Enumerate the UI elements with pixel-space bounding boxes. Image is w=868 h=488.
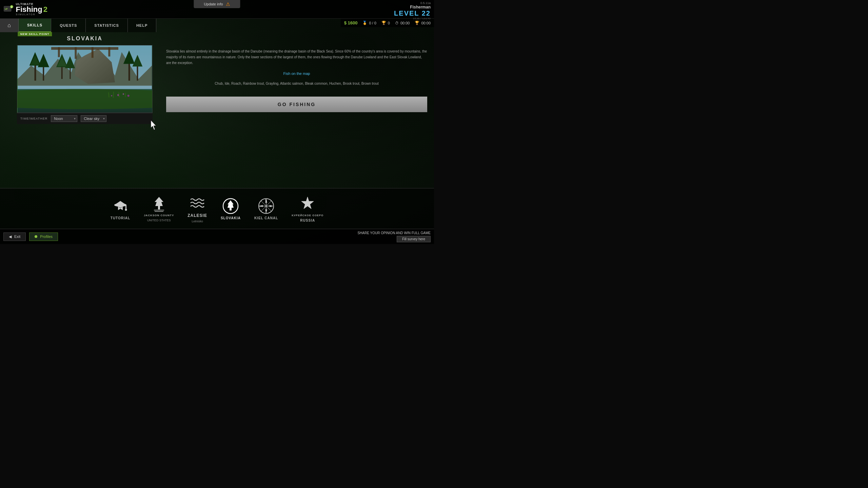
svg-marker-40 (114, 201, 126, 208)
logo-area: UF 2 ULTIMATE Fishing2 SIMULATOR (0, 0, 51, 19)
profiles-button[interactable]: Profiles (29, 232, 58, 241)
location-item-russia[interactable]: Курейское Озеро RUSSIA (292, 195, 323, 222)
tutorial-icon (112, 198, 129, 215)
tab-help[interactable]: HELP (128, 19, 156, 32)
survey-section: SHARE YOUR OPINION AND WIN FULL GAME Fil… (357, 231, 431, 242)
exit-button[interactable]: ◀ Exit (3, 232, 26, 241)
fish-map-link[interactable]: Fish on the map (166, 71, 427, 77)
stat-trophies: 🏆 0 (381, 21, 390, 25)
jackson-icon (151, 195, 167, 212)
go-fishing-button[interactable]: GO FISHING (166, 97, 427, 112)
zalesie-icon (189, 195, 206, 211)
image-panel: TIME/WEATHER Noon Morning Afternoon Even… (17, 45, 153, 124)
svg-text:2: 2 (11, 5, 12, 8)
location-description: Slovakia lies almost entirely in the dra… (166, 48, 427, 66)
tab-skills-label: SKILLS (27, 23, 42, 27)
tab-quests-label: QUESTS (60, 23, 77, 27)
zalesie-sub: Letnisko (192, 220, 203, 223)
stat-time1: ⏱ 00:00 (395, 21, 410, 25)
svg-text:W: W (259, 205, 261, 207)
tab-statistics-label: STATISTICS (94, 23, 119, 27)
svg-marker-64 (301, 197, 314, 209)
slovakia-icon (222, 198, 239, 215)
survey-button[interactable]: Fill survey here (397, 236, 431, 242)
stat-money: $ 1600 (344, 20, 358, 25)
kiel-icon: N S E W (258, 198, 275, 215)
svg-text:N: N (265, 199, 267, 201)
stat-badges: 🏅 0 / 0 (362, 21, 376, 25)
location-item-zalesie[interactable]: Zalesie Letnisko (188, 195, 207, 223)
jackson-sub: UNITED STATES (147, 219, 171, 222)
location-item-jackson[interactable]: JACKSON COUNTY UNITED STATES (144, 195, 174, 222)
svg-text:S: S (265, 211, 267, 214)
svg-marker-44 (155, 197, 163, 206)
weather-select-wrap[interactable]: Clear sky Cloudy Rain Storm (81, 115, 106, 122)
time-select[interactable]: Noon Morning Afternoon Evening Night (51, 115, 77, 122)
bottom-bar: ◀ Exit Profiles SHARE YOUR OPINION AND W… (0, 229, 434, 244)
svg-marker-49 (228, 200, 234, 208)
home-icon: ⌂ (7, 22, 11, 28)
content-row: TIME/WEATHER Noon Morning Afternoon Even… (17, 45, 434, 124)
update-text: Update info (204, 2, 223, 6)
svg-rect-45 (158, 206, 160, 209)
clock-icon: ⏱ (395, 21, 399, 25)
logo-fishing: Fishing2 (16, 6, 47, 13)
kiel-name: KIEL CANAL (254, 216, 278, 220)
location-item-kiel[interactable]: N S E W KIEL CANAL (254, 198, 278, 220)
player-level: LEVEL 22 (394, 9, 431, 17)
survey-text: SHARE YOUR OPINION AND WIN FULL GAME (357, 231, 431, 235)
fish-list: Chub, Ide, Roach, Rainbow trout, Graylin… (166, 81, 427, 86)
update-banner[interactable]: Update info ⚠ (194, 0, 240, 8)
zalesie-name: Zalesie (188, 213, 207, 218)
info-panel: Slovakia lies almost entirely in the dra… (159, 45, 434, 116)
location-item-slovakia[interactable]: SLOVAKIA (221, 198, 241, 220)
time-select-wrap[interactable]: Noon Morning Afternoon Evening Night (51, 115, 77, 122)
back-arrow-icon: ◀ (9, 235, 12, 239)
skill-badge: NEW SKILL POINT (18, 32, 52, 36)
home-button[interactable]: ⌂ (0, 19, 19, 32)
slovakia-name: SLOVAKIA (221, 216, 241, 220)
version-text: 0.5.11a (420, 1, 431, 5)
main-content: SLOVAKIA (17, 32, 434, 210)
logo-simulator: SIMULATOR (16, 13, 47, 16)
russia-icon (299, 195, 316, 212)
tab-statistics[interactable]: STATISTICS (86, 19, 128, 32)
svg-rect-38 (18, 45, 152, 113)
player-name: Fisherman (410, 5, 431, 9)
profiles-dot-icon (35, 235, 37, 238)
svg-point-42 (125, 209, 127, 211)
warning-icon: ⚠ (226, 1, 230, 7)
nav-bar: ⌂ SKILLS NEW SKILL POINT QUESTS STATISTI… (0, 19, 156, 32)
logo-icon: UF 2 (3, 3, 14, 15)
stats-bar: $ 1600 🏅 0 / 0 🏆 0 ⏱ 00:00 🏆 00:00 (341, 19, 434, 27)
russia-name: RUSSIA (300, 219, 315, 222)
jackson-name: JACKSON COUNTY (144, 214, 174, 217)
logo-text: ULTIMATE Fishing2 SIMULATOR (16, 3, 47, 16)
time-weather-bar: TIME/WEATHER Noon Morning Afternoon Even… (17, 113, 153, 124)
badge-icon: 🏅 (362, 21, 367, 25)
trophy-icon: 🏆 (381, 21, 386, 25)
weather-select[interactable]: Clear sky Cloudy Rain Storm (81, 115, 106, 122)
russia-sub: Курейское Озеро (292, 214, 323, 217)
bottom-left-buttons: ◀ Exit Profiles (3, 232, 58, 241)
time-weather-label: TIME/WEATHER (20, 117, 47, 120)
locations-bar: TUTORIAL JACKSON COUNTY UNITED STATES (0, 188, 434, 229)
location-item-tutorial[interactable]: TUTORIAL (111, 198, 130, 220)
location-image (17, 45, 153, 113)
tab-help-label: HELP (136, 23, 147, 27)
svg-text:UF: UF (5, 8, 8, 10)
stat-time2: 🏆 00:00 (415, 21, 431, 25)
svg-rect-50 (230, 208, 232, 210)
svg-text:E: E (271, 205, 272, 207)
timer-icon: 🏆 (415, 21, 419, 25)
tab-skills[interactable]: SKILLS NEW SKILL POINT (19, 19, 51, 32)
tab-quests[interactable]: QUESTS (51, 19, 86, 32)
tutorial-name: TUTORIAL (111, 216, 130, 220)
